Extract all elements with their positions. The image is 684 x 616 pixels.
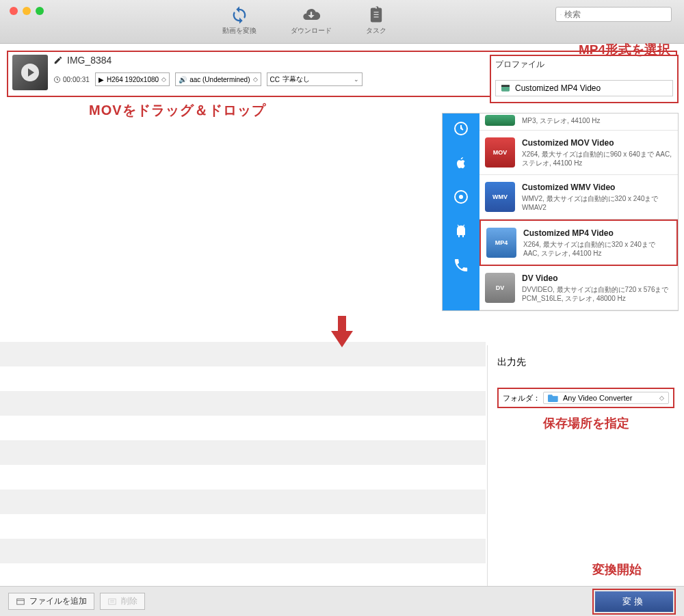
clock-icon <box>53 76 61 83</box>
video-codec-select[interactable]: ▶H264 1920x1080◇ <box>95 72 170 86</box>
profile-label: プロファイル <box>495 59 673 70</box>
folder-select[interactable]: Any Video Converter ◇ <box>543 392 669 404</box>
window-controls <box>5 0 53 43</box>
toolbar-convert[interactable]: 動画を変換 <box>222 5 256 36</box>
annotation-specify-location: 保存場所を指定 <box>497 415 674 431</box>
annotation-select-mp4: MP4形式を選択 <box>579 41 670 59</box>
search-icon <box>560 10 562 19</box>
toolbar-search-wrap <box>555 0 679 43</box>
disc-tab-icon[interactable] <box>453 189 469 205</box>
cloud-download-icon <box>302 5 321 25</box>
subtitle-select[interactable]: CC字幕なし⌄ <box>267 72 363 86</box>
output-folder-row: フォルダ： Any Video Converter ◇ <box>497 388 674 408</box>
phone-tab-icon[interactable] <box>453 257 469 273</box>
convert-button-wrap: 変換 <box>592 589 676 615</box>
format-item-wmv[interactable]: WMV Customized WMV VideoWMV2, 最大サイズは自動的に… <box>479 175 678 219</box>
output-panel: 出力先 フォルダ： Any Video Converter ◇ 保存場所を指定 <box>487 345 684 615</box>
format-category-tabs <box>443 113 479 310</box>
folder-label: フォルダ： <box>503 393 540 403</box>
video-thumbnail[interactable] <box>12 55 48 90</box>
format-item-truncated[interactable]: MP3, ステレオ, 44100 Hz <box>479 113 678 131</box>
toolbar-task[interactable]: タスク <box>366 5 386 36</box>
close-window-button[interactable] <box>10 7 18 15</box>
annotation-start-convert: 変換開始 <box>592 561 642 578</box>
dv-icon: DV <box>485 273 515 303</box>
toolbar: 動画を変換 ダウンロード タスク <box>0 0 684 44</box>
format-item-mov[interactable]: MOV Customized MOV VideoX264, 最大サイズは自動的に… <box>479 131 678 175</box>
convert-button[interactable]: 変換 <box>595 591 673 612</box>
recent-tab-icon[interactable] <box>453 120 469 137</box>
file-name: IMG_8384 <box>67 55 111 66</box>
add-file-icon <box>16 597 25 606</box>
audio-codec-select[interactable]: 🔊aac (Undetermined)◇ <box>175 72 261 86</box>
svg-point-7 <box>459 195 463 199</box>
mp4-icon: MP4 <box>486 228 516 258</box>
output-title: 出力先 <box>497 356 674 369</box>
format-item-dv[interactable]: DV DV VideoDVVIDEO, 最大サイズは自動的に720 x 576ま… <box>479 266 678 310</box>
profile-select[interactable]: Customized MP4 Video <box>495 80 673 96</box>
delete-button[interactable]: 削除 <box>100 593 145 610</box>
maximize-window-button[interactable] <box>36 7 44 15</box>
format-item-mp4[interactable]: MP4 Customized MP4 VideoX264, 最大サイズは自動的に… <box>479 219 678 266</box>
toolbar-convert-label: 動画を変換 <box>222 26 256 36</box>
folder-icon <box>548 394 559 402</box>
mov-icon: MOV <box>485 137 515 168</box>
delete-icon <box>107 597 117 606</box>
add-file-button[interactable]: ファイルを追加 <box>8 593 94 610</box>
edit-icon[interactable] <box>53 55 63 65</box>
toolbar-task-label: タスク <box>366 26 386 36</box>
bottom-bar: ファイルを追加 削除 変換 <box>0 586 684 616</box>
folder-value: Any Video Converter <box>563 394 632 402</box>
duration-text: 00:00:31 <box>63 76 90 83</box>
apple-tab-icon[interactable] <box>453 155 469 171</box>
empty-list-area <box>0 342 486 588</box>
wmv-icon: WMV <box>485 182 515 212</box>
refresh-icon <box>230 5 249 25</box>
toolbar-download[interactable]: ダウンロード <box>291 5 332 36</box>
profile-selected-text: Customized MP4 Video <box>515 83 601 93</box>
duration: 00:00:31 <box>53 76 90 83</box>
film-icon <box>500 83 511 94</box>
profile-panel: プロファイル Customized MP4 Video <box>490 55 679 103</box>
svg-rect-4 <box>501 85 510 87</box>
format-items: MP3, ステレオ, 44100 Hz MOV Customized MOV V… <box>479 113 678 310</box>
android-tab-icon[interactable] <box>453 223 469 239</box>
toolbar-center: 動画を変換 ダウンロード タスク <box>53 0 555 43</box>
svg-rect-8 <box>17 598 25 604</box>
format-list: MP3, ステレオ, 44100 Hz MOV Customized MOV V… <box>442 113 679 311</box>
play-icon <box>21 64 39 81</box>
minimize-window-button[interactable] <box>23 7 31 15</box>
toolbar-download-label: ダウンロード <box>291 26 332 36</box>
search-box[interactable] <box>555 7 672 22</box>
svg-rect-9 <box>109 598 116 604</box>
search-input[interactable] <box>564 10 667 19</box>
clipboard-icon <box>367 5 386 25</box>
arrow-down-icon <box>328 316 356 349</box>
